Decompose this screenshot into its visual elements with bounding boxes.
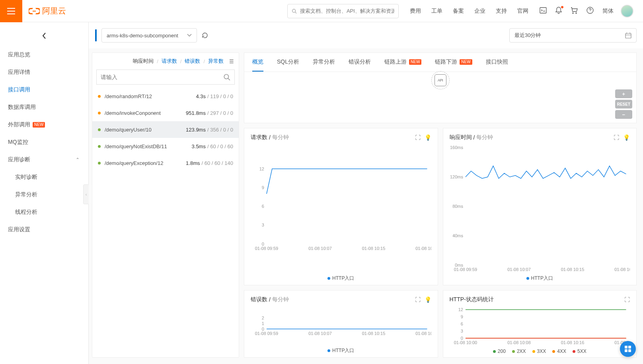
endpoint-row[interactable]: /demo/randomRT/12 4.3s / 119 / 0 / 0: [92, 88, 239, 105]
sidebar-back[interactable]: [0, 25, 88, 46]
sidebar-item[interactable]: 数据库调用: [0, 99, 88, 116]
status-dot: [98, 112, 101, 114]
bulb-icon[interactable]: 💡: [425, 296, 431, 303]
detail-tab[interactable]: 概览: [252, 53, 263, 72]
link-enterprise[interactable]: 企业: [474, 8, 485, 15]
expand-icon[interactable]: ⛶: [624, 296, 630, 303]
endpoint-row[interactable]: /demo/queryUser/10 123.9ms / 356 / 0 / 0: [92, 121, 239, 138]
svg-text:80ms: 80ms: [452, 204, 463, 209]
help-icon[interactable]: [586, 7, 594, 15]
endpoint-name: /demo/queryUser/10: [105, 127, 186, 133]
endpoint-time: 951.8ms: [186, 110, 206, 116]
refresh-icon[interactable]: [202, 32, 208, 39]
svg-point-2: [573, 13, 573, 14]
time-range-selector[interactable]: 最近30分钟: [509, 28, 637, 43]
detail-tab[interactable]: 链路上游NEW: [384, 53, 421, 72]
sort-response-time[interactable]: 响应时间: [133, 58, 154, 65]
svg-text:01-08 10:16: 01-08 10:16: [561, 341, 584, 345]
link-fee[interactable]: 费用: [410, 8, 421, 15]
calendar-icon: [625, 32, 631, 39]
global-search[interactable]: [287, 4, 399, 18]
svg-text:01-08 10:23: 01-08 10:23: [415, 331, 431, 336]
status-dot: [98, 128, 101, 131]
terminal-icon[interactable]: [540, 7, 547, 15]
sidebar-item[interactable]: 应用总览: [0, 46, 88, 64]
endpoint-time: 1.8ms: [186, 160, 200, 166]
svg-text:01-08 10:08: 01-08 10:08: [507, 341, 531, 345]
svg-text:01-08 10:07: 01-08 10:07: [507, 267, 531, 272]
list-toggle-icon[interactable]: ☰: [229, 58, 234, 64]
sidebar-item[interactable]: 应用诊断⌃: [0, 151, 88, 168]
svg-text:120ms: 120ms: [450, 174, 463, 179]
endpoint-stats: / 119 / 0 / 0: [207, 93, 233, 99]
top-bar: 阿里云 费用 工单 备案 企业 支持 官网 简体: [0, 0, 643, 22]
sidebar-collapse-tab[interactable]: ‹: [83, 184, 89, 204]
sidebar-item[interactable]: 应用设置: [0, 221, 88, 238]
detail-tab[interactable]: 错误分析: [349, 53, 371, 72]
zoom-reset-button[interactable]: RESET: [615, 100, 632, 108]
endpoint-row[interactable]: /demo/invokeConponent 951.8ms / 297 / 0 …: [92, 105, 239, 121]
detail-tab[interactable]: SQL分析: [277, 53, 299, 72]
global-search-input[interactable]: [300, 8, 394, 14]
bulb-icon[interactable]: 💡: [623, 134, 630, 141]
zoom-out-button[interactable]: −: [615, 110, 632, 119]
bulb-icon[interactable]: 💡: [425, 134, 431, 141]
svg-text:01-08 10:07: 01-08 10:07: [308, 331, 332, 336]
app-selector[interactable]: arms-k8s-demo-subcomponent: [101, 28, 197, 43]
sidebar-item[interactable]: 实时诊断: [0, 168, 88, 186]
detail-panel: 概览SQL分析异常分析错误分析链路上游NEW链路下游NEW接口快照 API + …: [244, 52, 637, 358]
detail-tab[interactable]: 异常分析: [313, 53, 335, 72]
endpoint-search-input[interactable]: [101, 74, 223, 80]
sort-exceptions[interactable]: 异常数: [208, 58, 224, 65]
sidebar-item[interactable]: 异常分析: [0, 186, 88, 203]
endpoint-row[interactable]: /demo/queryException/12 1.8ms / 60 / 60 …: [92, 155, 239, 171]
sidebar-item[interactable]: 接口调用: [0, 81, 88, 99]
aliyun-icon: [29, 7, 40, 15]
chart-response-time: 响应时间 / 每分钟 ⛶💡 0ms40ms80ms120ms160ms01-08…: [443, 128, 637, 285]
endpoint-list-panel: 响应时间 / 请求数 / 错误数 / 异常数 ☰ /demo/randomRT/…: [92, 52, 239, 358]
main-content: arms-k8s-demo-subcomponent 最近30分钟 响应时间 /…: [89, 22, 643, 364]
expand-icon[interactable]: ⛶: [415, 296, 421, 303]
sidebar-item[interactable]: 应用详情: [0, 64, 88, 81]
endpoint-stats: / 60 / 0 / 60: [207, 143, 233, 149]
endpoint-stats: / 356 / 0 / 0: [207, 127, 233, 133]
detail-tab[interactable]: 接口快照: [486, 53, 508, 72]
lang-switch[interactable]: 简体: [602, 8, 614, 15]
list-sort-tabs: 响应时间 / 请求数 / 错误数 / 异常数 ☰: [92, 53, 239, 70]
svg-rect-43: [625, 349, 627, 352]
svg-point-0: [292, 9, 296, 12]
svg-text:9: 9: [262, 185, 264, 190]
link-support[interactable]: 支持: [496, 8, 507, 15]
endpoint-row[interactable]: /demo/queryNotExistDB/11 3.5ms / 60 / 0 …: [92, 138, 239, 155]
endpoint-search[interactable]: [96, 70, 235, 85]
detail-tab[interactable]: 链路下游NEW: [435, 53, 472, 72]
brand-logo[interactable]: 阿里云: [29, 6, 66, 16]
menu-toggle[interactable]: [0, 0, 22, 22]
svg-text:01-08 09:59: 01-08 09:59: [255, 246, 279, 251]
cart-icon[interactable]: [571, 7, 578, 15]
sort-requests[interactable]: 请求数: [162, 58, 177, 65]
sidebar-item[interactable]: 外部调用NEW: [0, 116, 88, 134]
sort-errors[interactable]: 错误数: [185, 58, 200, 65]
zoom-in-button[interactable]: +: [615, 89, 632, 98]
bell-icon[interactable]: [555, 7, 562, 15]
chart-subtitle: 每分钟: [272, 134, 289, 141]
detail-tabs-card: 概览SQL分析异常分析错误分析链路上游NEW链路下游NEW接口快照 API + …: [244, 52, 637, 123]
expand-icon[interactable]: ⛶: [415, 134, 421, 141]
svg-rect-44: [628, 349, 631, 352]
svg-text:3: 3: [460, 329, 463, 334]
link-official[interactable]: 官网: [517, 8, 528, 15]
hamburger-icon: [7, 8, 15, 14]
topology-node[interactable]: API: [431, 71, 450, 89]
fab-apps[interactable]: [620, 341, 636, 357]
sidebar-item[interactable]: 线程分析: [0, 203, 88, 221]
link-beian[interactable]: 备案: [453, 8, 464, 15]
link-ticket[interactable]: 工单: [431, 8, 442, 15]
user-avatar[interactable]: [621, 5, 633, 17]
svg-text:01-08 10:23: 01-08 10:23: [614, 267, 630, 272]
expand-icon[interactable]: ⛶: [614, 134, 619, 141]
status-dot: [98, 145, 101, 148]
endpoint-time: 123.9ms: [186, 127, 206, 133]
chevron-left-icon: [42, 32, 47, 39]
sidebar-item[interactable]: MQ监控: [0, 134, 88, 151]
